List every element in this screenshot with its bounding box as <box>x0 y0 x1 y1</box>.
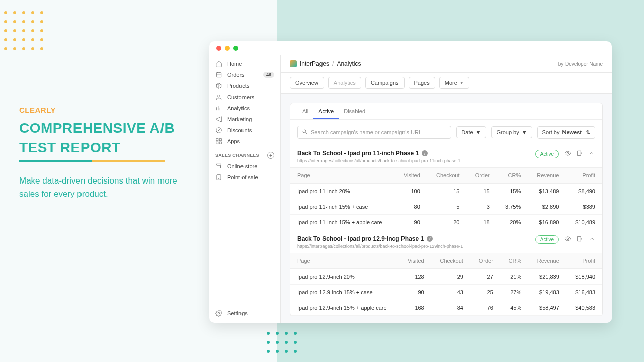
column-header: Revenue <box>528 253 567 269</box>
sort-control[interactable]: Sort by Newest⇅ <box>537 126 595 139</box>
channel-icon <box>215 174 222 181</box>
decorative-dots-teal <box>267 332 297 353</box>
gear-icon <box>215 310 222 317</box>
apps-icon <box>215 138 222 145</box>
svg-rect-3 <box>216 139 218 141</box>
table-row: Ipad pro 12.9-inch 15% + case90432527%$1… <box>290 285 602 300</box>
sidebar-item-label: Discounts <box>227 127 274 133</box>
sidebar-item-label: Analytics <box>227 105 274 111</box>
sidebar-item-label: Marketing <box>227 116 274 122</box>
orders-icon <box>215 71 222 78</box>
developer-byline: by Developer Name <box>558 61 603 67</box>
column-header: Checkout <box>427 168 467 184</box>
sidebar-item-apps[interactable]: Apps <box>209 136 280 147</box>
svg-point-11 <box>567 152 569 154</box>
column-header: Profit <box>566 168 602 184</box>
filter-tab-active[interactable]: Active <box>313 103 339 119</box>
breadcrumb: InterPages / Analytics <box>290 60 361 67</box>
maximize-icon[interactable] <box>233 46 238 51</box>
chevron-down-icon: ▼ <box>476 129 481 135</box>
sidebar-item-label: Apps <box>227 138 274 144</box>
tab-pages[interactable]: Pages <box>409 77 435 89</box>
sidebar-channel[interactable]: Online store <box>209 161 280 172</box>
groupby-filter[interactable]: Group by▼ <box>491 126 532 138</box>
search-input[interactable]: Search campaign's name or campaign's URL <box>297 126 451 139</box>
sidebar-item-label: Point of sale <box>227 174 274 180</box>
column-header: CR% <box>497 168 528 184</box>
sidebar-item-products[interactable]: Products <box>209 80 280 92</box>
campaign-url: https://interpages/collections/all/produ… <box>297 244 463 249</box>
promo-kicker: CLEARLY <box>19 106 190 114</box>
info-icon[interactable]: i <box>427 236 433 242</box>
tab-more[interactable]: More▼ <box>439 77 469 89</box>
chevron-up-icon[interactable] <box>588 235 595 244</box>
filter-tabs: AllActiveDisabled <box>290 103 602 120</box>
column-header: Checkout <box>431 253 470 269</box>
svg-point-10 <box>303 130 306 133</box>
table-row: Ipad pro 12.9-inch 15% + apple care16884… <box>290 300 602 316</box>
promo-heading: COMPREHENSIVE A/B TEST REPORT <box>19 118 190 157</box>
column-header: Visited <box>399 253 431 269</box>
svg-rect-5 <box>216 142 218 144</box>
svg-rect-6 <box>219 142 221 144</box>
filter-tab-disabled[interactable]: Disabled <box>339 103 370 119</box>
sidebar-item-home[interactable]: Home <box>209 58 280 69</box>
svg-rect-4 <box>219 139 221 141</box>
eye-icon[interactable] <box>564 150 571 158</box>
add-channel-button[interactable]: + <box>267 152 274 159</box>
sidebar-item-label: Products <box>227 83 274 89</box>
filter-tab-all[interactable]: All <box>297 103 313 119</box>
discounts-icon <box>215 127 222 134</box>
main-panel: InterPages / Analytics by Developer Name… <box>281 55 612 323</box>
sidebar-item-label: Settings <box>227 310 274 316</box>
promo-body: Make data-driven decisions that win more… <box>19 174 190 200</box>
sidebar-item-orders[interactable]: Orders46 <box>209 69 280 80</box>
campaign-table: PageVisitedCheckoutOrderCR%RevenueProfit… <box>290 253 602 316</box>
main-header: InterPages / Analytics by Developer Name <box>281 55 612 73</box>
sidebar-item-discounts[interactable]: Discounts <box>209 125 280 136</box>
table-row: Ipad pro 11-inch 15% + case80533.75%$2,8… <box>290 199 602 215</box>
filter-controls: Search campaign's name or campaign's URL… <box>290 120 602 145</box>
channel-icon <box>215 163 222 170</box>
tab-campaigns[interactable]: Campaigns <box>365 77 405 89</box>
export-icon[interactable] <box>576 235 583 244</box>
brand-logo-icon <box>290 60 297 67</box>
eye-icon[interactable] <box>564 235 571 244</box>
svg-rect-12 <box>577 151 581 155</box>
app-window: HomeOrders46ProductsCustomersAnalyticsMa… <box>209 41 612 323</box>
nav-tabs: OverviewAnalyticsCampaignsPagesMore▼ <box>281 73 612 94</box>
info-icon[interactable]: i <box>422 150 428 156</box>
date-filter[interactable]: Date▼ <box>456 126 486 138</box>
sidebar-item-marketing[interactable]: Marketing <box>209 114 280 125</box>
tab-analytics[interactable]: Analytics <box>328 77 361 89</box>
minimize-icon[interactable] <box>225 46 230 51</box>
table-row: Ipad pro 11-inch 20%100151515%$13,489$8,… <box>290 184 602 199</box>
export-icon[interactable] <box>576 150 583 158</box>
campaign-header: Back To School - Ipad pro 11-inch Phase … <box>290 145 602 167</box>
tab-overview[interactable]: Overview <box>290 77 324 89</box>
breadcrumb-brand[interactable]: InterPages <box>300 60 329 67</box>
svg-point-1 <box>218 95 220 97</box>
chevron-down-icon: ▼ <box>522 129 527 135</box>
products-icon <box>215 82 222 89</box>
marketing-icon <box>215 116 222 123</box>
chevron-down-icon: ▼ <box>460 81 464 85</box>
chevron-up-icon[interactable] <box>588 150 595 158</box>
sort-icon: ⇅ <box>586 129 590 136</box>
search-placeholder: Search campaign's name or campaign's URL <box>311 129 422 135</box>
sidebar-item-analytics[interactable]: Analytics <box>209 103 280 114</box>
svg-rect-14 <box>577 236 581 241</box>
sidebar: HomeOrders46ProductsCustomersAnalyticsMa… <box>209 55 281 323</box>
sidebar-channel[interactable]: Point of sale <box>209 172 280 183</box>
search-icon <box>302 129 308 136</box>
sidebar-item-customers[interactable]: Customers <box>209 92 280 103</box>
close-icon[interactable] <box>216 46 221 51</box>
svg-point-9 <box>218 312 220 314</box>
campaign-block: Back To School - Ipad pro 12.9-incg Phas… <box>290 230 602 316</box>
sidebar-item-label: Online store <box>227 163 274 169</box>
decorative-dots-yellow <box>4 11 43 50</box>
sidebar-settings[interactable]: Settings <box>209 308 280 323</box>
column-header: Order <box>470 253 500 269</box>
svg-point-8 <box>218 178 219 179</box>
campaign-title: Back To School - Ipad pro 12.9-incg Phas… <box>297 235 463 242</box>
